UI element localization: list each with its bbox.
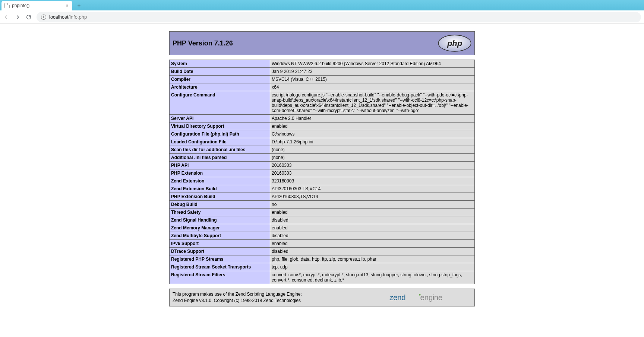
row-value: php, file, glob, data, http, ftp, zip, c…: [270, 255, 475, 263]
forward-icon[interactable]: [14, 14, 21, 20]
table-row: Additional .ini files parsed(none): [170, 154, 475, 162]
row-value: 20160303: [270, 162, 475, 169]
browser-tabbar: phpinfo() × +: [0, 0, 644, 10]
phpinfo-header: PHP Version 7.1.26 php: [169, 31, 475, 55]
row-value: tcp, udp: [270, 263, 475, 271]
table-row: Thread Safetyenabled: [170, 209, 475, 216]
row-key: Registered PHP Streams: [170, 255, 270, 263]
row-value: C:\windows: [270, 130, 475, 138]
table-row: Configuration File (php.ini) PathC:\wind…: [170, 130, 475, 138]
back-icon[interactable]: [3, 14, 10, 20]
row-value: disabled: [270, 232, 475, 240]
url-text: localhost/info.php: [49, 14, 87, 20]
row-value: API20160303,TS,VC14: [270, 193, 475, 201]
row-key: Build Date: [170, 68, 270, 76]
table-row: Loaded Configuration FileD:\php-7.1.26\p…: [170, 138, 475, 146]
row-value: enabled: [270, 123, 475, 130]
table-row: SystemWindows NT WWW2 6.2 build 9200 (Wi…: [170, 60, 475, 68]
page-title: PHP Version 7.1.26: [173, 39, 233, 47]
row-value: MSVC14 (Visual C++ 2015): [270, 76, 475, 83]
file-icon: [4, 3, 10, 8]
table-row: IPv6 Supportenabled: [170, 240, 475, 248]
row-value: x64: [270, 83, 475, 91]
table-row: Registered Stream Socket Transportstcp, …: [170, 263, 475, 271]
row-value: no: [270, 201, 475, 209]
row-key: PHP API: [170, 162, 270, 169]
row-key: Configure Command: [170, 91, 270, 115]
row-key: Server API: [170, 115, 270, 123]
row-key: Compiler: [170, 76, 270, 83]
row-key: Zend Extension: [170, 177, 270, 185]
row-value: disabled: [270, 248, 475, 255]
row-key: DTrace Support: [170, 248, 270, 255]
row-key: Registered Stream Filters: [170, 271, 270, 284]
address-bar[interactable]: i localhost/info.php: [37, 12, 641, 22]
row-key: Registered Stream Socket Transports: [170, 263, 270, 271]
row-value: D:\php-7.1.26\php.ini: [270, 138, 475, 146]
row-value: 20160303: [270, 169, 475, 177]
table-row: Zend Signal Handlingdisabled: [170, 216, 475, 224]
table-row: Virtual Directory Supportenabled: [170, 123, 475, 130]
row-value: cscript /nologo configure.js "--enable-s…: [270, 91, 475, 115]
row-key: Zend Extension Build: [170, 185, 270, 193]
svg-text:php: php: [447, 39, 462, 48]
table-row: Configure Commandcscript /nologo configu…: [170, 91, 475, 115]
table-row: PHP API20160303: [170, 162, 475, 169]
row-value: enabled: [270, 224, 475, 232]
row-value: Jan 9 2019 21:47:23: [270, 68, 475, 76]
close-icon[interactable]: ×: [65, 3, 69, 9]
table-row: Zend Memory Managerenabled: [170, 224, 475, 232]
row-key: IPv6 Support: [170, 240, 270, 248]
row-key: Scan this dir for additional .ini files: [170, 146, 270, 154]
table-row: Zend Multibyte Supportdisabled: [170, 232, 475, 240]
row-value: (none): [270, 154, 475, 162]
table-row: PHP Extension20160303: [170, 169, 475, 177]
row-key: Virtual Directory Support: [170, 123, 270, 130]
svg-text:engine: engine: [420, 293, 442, 302]
zend-text: This program makes use of the Zend Scrip…: [173, 291, 302, 304]
row-key: Architecture: [170, 83, 270, 91]
table-row: Zend Extension BuildAPI320160303,TS,VC14: [170, 185, 475, 193]
new-tab-button[interactable]: +: [75, 1, 83, 10]
table-row: Architecturex64: [170, 83, 475, 91]
browser-tab-active[interactable]: phpinfo() ×: [1, 1, 72, 10]
row-key: Zend Multibyte Support: [170, 232, 270, 240]
row-key: Configuration File (php.ini) Path: [170, 130, 270, 138]
row-value: Windows NT WWW2 6.2 build 9200 (Windows …: [270, 60, 475, 68]
row-value: (none): [270, 146, 475, 154]
table-row: Registered Stream Filtersconvert.iconv.*…: [170, 271, 475, 284]
url-path: /info.php: [68, 14, 87, 20]
zend-box: This program makes use of the Zend Scrip…: [169, 289, 475, 306]
site-info-icon[interactable]: i: [41, 15, 46, 20]
row-value: convert.iconv.*, mcrypt.*, mdecrypt.*, s…: [270, 271, 475, 284]
row-value: API320160303,TS,VC14: [270, 185, 475, 193]
row-value: enabled: [270, 240, 475, 248]
zend-engine-logo-icon: zend engine: [389, 292, 471, 303]
tab-title: phpinfo(): [12, 3, 63, 8]
phpinfo-table: SystemWindows NT WWW2 6.2 build 9200 (Wi…: [169, 60, 475, 284]
row-key: Zend Memory Manager: [170, 224, 270, 232]
row-key: Zend Signal Handling: [170, 216, 270, 224]
browser-toolbar: i localhost/info.php: [0, 10, 644, 24]
table-row: PHP Extension BuildAPI20160303,TS,VC14: [170, 193, 475, 201]
row-value: 320160303: [270, 177, 475, 185]
row-key: Debug Build: [170, 201, 270, 209]
table-row: Server APIApache 2.0 Handler: [170, 115, 475, 123]
row-key: Thread Safety: [170, 209, 270, 216]
row-key: PHP Extension Build: [170, 193, 270, 201]
row-value: disabled: [270, 216, 475, 224]
zend-line2: Zend Engine v3.1.0, Copyright (c) 1998-2…: [173, 298, 301, 303]
row-value: Apache 2.0 Handler: [270, 115, 475, 123]
table-row: Registered PHP Streamsphp, file, glob, d…: [170, 255, 475, 263]
table-row: CompilerMSVC14 (Visual C++ 2015): [170, 76, 475, 83]
page-content: PHP Version 7.1.26 php SystemWindows NT …: [0, 24, 644, 321]
row-key: Loaded Configuration File: [170, 138, 270, 146]
row-key: Additional .ini files parsed: [170, 154, 270, 162]
table-row: Zend Extension320160303: [170, 177, 475, 185]
reload-icon[interactable]: [25, 14, 32, 20]
url-host: localhost: [49, 14, 68, 20]
row-key: System: [170, 60, 270, 68]
table-row: Build DateJan 9 2019 21:47:23: [170, 68, 475, 76]
svg-text:zend: zend: [389, 293, 405, 302]
row-key: PHP Extension: [170, 169, 270, 177]
